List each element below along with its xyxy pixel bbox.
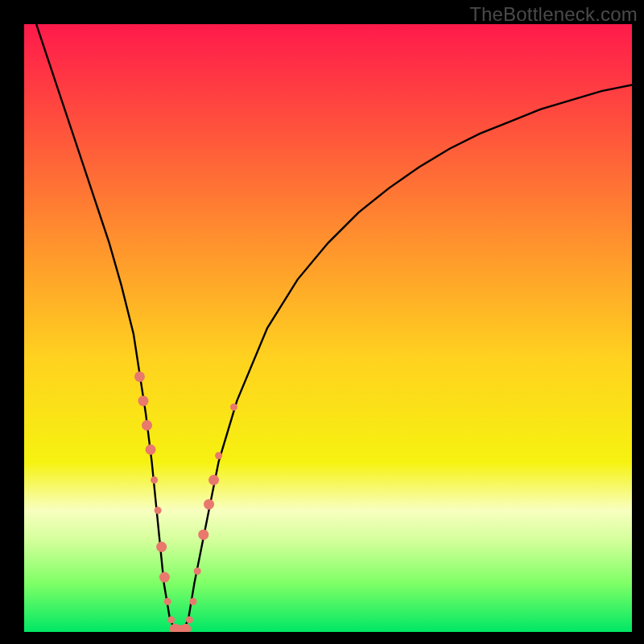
- marker-dot: [198, 530, 208, 540]
- chart-plot: [24, 24, 632, 632]
- chart-background: [24, 24, 632, 632]
- marker-dot: [186, 616, 193, 623]
- marker-dot: [189, 598, 196, 605]
- marker-dot: [208, 475, 219, 485]
- chart-frame: TheBottleneck.com: [0, 0, 644, 644]
- marker-dot: [146, 444, 156, 455]
- marker-dot: [159, 572, 170, 583]
- marker-dot: [167, 616, 175, 623]
- marker-dot: [142, 420, 152, 431]
- marker-dot: [156, 542, 167, 552]
- marker-dot: [164, 598, 171, 605]
- watermark-text: TheBottleneck.com: [469, 3, 638, 26]
- marker-dot: [151, 477, 158, 484]
- marker-dot: [215, 452, 222, 460]
- marker-dot: [194, 568, 201, 575]
- marker-dot: [134, 371, 145, 382]
- marker-dot: [204, 499, 214, 510]
- marker-dot: [230, 403, 237, 411]
- marker-dot: [155, 507, 162, 514]
- marker-dot: [138, 396, 148, 407]
